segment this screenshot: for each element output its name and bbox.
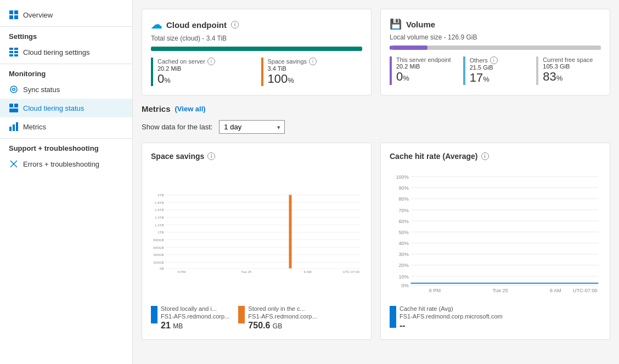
legend-color-cloud <box>238 306 245 323</box>
svg-text:800GB: 800GB <box>153 238 164 242</box>
space-savings-chart-info-icon[interactable]: i <box>207 152 215 160</box>
errors-icon <box>9 159 19 169</box>
cache-hit-info-icon[interactable]: i <box>481 152 489 160</box>
svg-text:1.4TB: 1.4TB <box>155 215 164 219</box>
cloud-tiering-status-icon <box>9 103 19 113</box>
cloud-endpoint-title: ☁ Cloud endpoint i <box>151 18 362 31</box>
space-savings-value: 100% <box>268 72 363 86</box>
svg-rect-16 <box>16 122 18 131</box>
sidebar-item-cloud-tiering-settings[interactable]: Cloud tiering settings <box>0 43 132 61</box>
others-sublabel: 21.5 GiB <box>470 64 528 71</box>
volume-progress-free <box>427 46 601 50</box>
legend-color-local <box>151 306 157 323</box>
cache-hit-rate-chart-card: Cache hit rate (Average) i 100% 90% 80% … <box>380 143 610 340</box>
svg-text:0%: 0% <box>402 283 409 288</box>
cached-value: 0% <box>157 72 252 86</box>
legend-text-local: Stored locally and i... FS1-AFS.redmond.… <box>161 305 229 331</box>
cached-sublabel: 20.2 MiB <box>157 65 252 72</box>
svg-rect-1 <box>14 10 18 14</box>
svg-text:1.6TB: 1.6TB <box>155 208 164 212</box>
space-savings-stat: Space savings i 3.4 TiB 100% <box>261 58 363 86</box>
svg-rect-0 <box>9 10 13 14</box>
others-label: Others i <box>470 56 528 64</box>
sidebar-item-metrics[interactable]: Metrics <box>0 117 132 136</box>
svg-text:6 AM: 6 AM <box>304 270 312 274</box>
volume-icon: 💾 <box>390 18 402 30</box>
overview-icon <box>9 10 19 20</box>
this-server-label: This server endpoint <box>396 56 454 63</box>
volume-progress-others <box>392 46 427 50</box>
space-savings-sublabel: 3.4 TiB <box>268 65 363 72</box>
volume-card: 💾 Volume Local volume size - 126.9 GiB T… <box>380 9 610 95</box>
sidebar-item-overview[interactable]: Overview <box>0 5 132 24</box>
svg-text:Tue 25: Tue 25 <box>493 288 508 293</box>
volume-stats: This server endpoint 20.2 MiB 0% Others … <box>390 56 601 85</box>
svg-rect-6 <box>9 51 13 53</box>
sidebar: Overview Settings Cloud tiering settings… <box>0 0 133 364</box>
svg-rect-13 <box>9 109 18 112</box>
svg-rect-12 <box>14 104 18 107</box>
legend-color-cache-hit <box>390 306 396 328</box>
sync-status-label: Sync status <box>23 86 60 94</box>
others-value: 17% <box>470 71 528 85</box>
cloud-endpoint-card: ☁ Cloud endpoint i Total size (cloud) - … <box>142 9 372 95</box>
svg-rect-14 <box>9 127 12 131</box>
this-server-value: 0% <box>396 70 454 84</box>
cloud-endpoint-info-icon[interactable]: i <box>231 21 239 29</box>
svg-text:6 PM: 6 PM <box>429 288 441 293</box>
free-space-value: 83% <box>543 70 601 84</box>
filter-label: Show data for the last: <box>142 123 212 131</box>
svg-rect-9 <box>14 54 18 56</box>
volume-subtitle: Local volume size - 126.9 GiB <box>390 33 601 41</box>
svg-text:90%: 90% <box>399 185 409 191</box>
svg-text:50%: 50% <box>399 230 409 235</box>
svg-text:600GB: 600GB <box>153 246 164 249</box>
svg-rect-4 <box>9 48 13 50</box>
svg-text:70%: 70% <box>399 208 409 213</box>
free-space-sublabel: 105.3 GiB <box>543 63 601 70</box>
svg-text:1.8TB: 1.8TB <box>155 201 164 204</box>
free-space-stat: Current free space 105.3 GiB 83% <box>536 56 601 85</box>
metrics-header: Metrics (View all) <box>142 104 610 113</box>
others-info-icon[interactable]: i <box>490 56 498 64</box>
cloud-tiering-settings-label: Cloud tiering settings <box>23 48 89 56</box>
cloud-endpoint-icon: ☁ <box>151 18 162 31</box>
svg-rect-41 <box>289 195 291 268</box>
cloud-endpoint-progress-fill <box>151 47 362 51</box>
legend-item-cloud: Stored only in the c... FS1-AFS.redmond.… <box>238 305 317 331</box>
svg-text:UTC-07:00: UTC-07:00 <box>573 288 598 293</box>
sidebar-item-cloud-tiering-status[interactable]: Cloud tiering status <box>0 99 132 117</box>
cache-hit-chart-svg: 100% 90% 80% 70% 60% 50% 40% 30% 20% 10%… <box>390 167 601 299</box>
cached-info-icon[interactable]: i <box>207 58 215 65</box>
svg-text:2TB: 2TB <box>157 193 164 197</box>
metrics-label: Metrics <box>23 123 46 131</box>
metrics-title: Metrics <box>142 104 171 113</box>
top-cards-row: ☁ Cloud endpoint i Total size (cloud) - … <box>142 9 610 95</box>
svg-text:1TB: 1TB <box>157 230 164 234</box>
space-savings-label: Space savings i <box>268 58 363 65</box>
svg-point-10 <box>10 86 17 93</box>
space-savings-legend: Stored locally and i... FS1-AFS.redmond.… <box>151 305 362 331</box>
cache-hit-legend: Cache hit rate (Avg) FS1-AFS.redmond.cor… <box>390 305 601 331</box>
time-filter-select[interactable]: 1 day 7 days 30 days <box>219 120 285 134</box>
view-all-link[interactable]: (View all) <box>175 105 206 113</box>
sidebar-item-sync-status[interactable]: Sync status <box>0 80 132 99</box>
cloud-endpoint-stats: Cached on server i 20.2 MiB 0% Space sav… <box>151 58 362 86</box>
errors-troubleshooting-label: Errors + troubleshooting <box>23 160 99 168</box>
legend-text-cloud: Stored only in the c... FS1-AFS.redmond.… <box>248 305 317 331</box>
svg-text:6 PM: 6 PM <box>178 270 185 274</box>
svg-rect-11 <box>9 104 13 107</box>
cached-label: Cached on server i <box>157 58 252 65</box>
cache-hit-rate-chart-title: Cache hit rate (Average) i <box>390 152 601 161</box>
space-savings-chart-title: Space savings i <box>151 152 362 161</box>
sync-status-icon <box>9 84 19 94</box>
volume-progress-bar <box>390 46 601 50</box>
cached-on-server-stat: Cached on server i 20.2 MiB 0% <box>151 58 252 86</box>
space-savings-info-icon[interactable]: i <box>309 58 317 65</box>
this-server-sublabel: 20.2 MiB <box>396 63 454 70</box>
sidebar-item-errors-troubleshooting[interactable]: Errors + troubleshooting <box>0 155 132 173</box>
svg-text:80%: 80% <box>399 196 409 202</box>
monitoring-section-header: Monitoring <box>0 64 132 80</box>
legend-item-cache-hit: Cache hit rate (Avg) FS1-AFS.redmond.cor… <box>390 305 503 331</box>
svg-text:60%: 60% <box>399 219 409 224</box>
